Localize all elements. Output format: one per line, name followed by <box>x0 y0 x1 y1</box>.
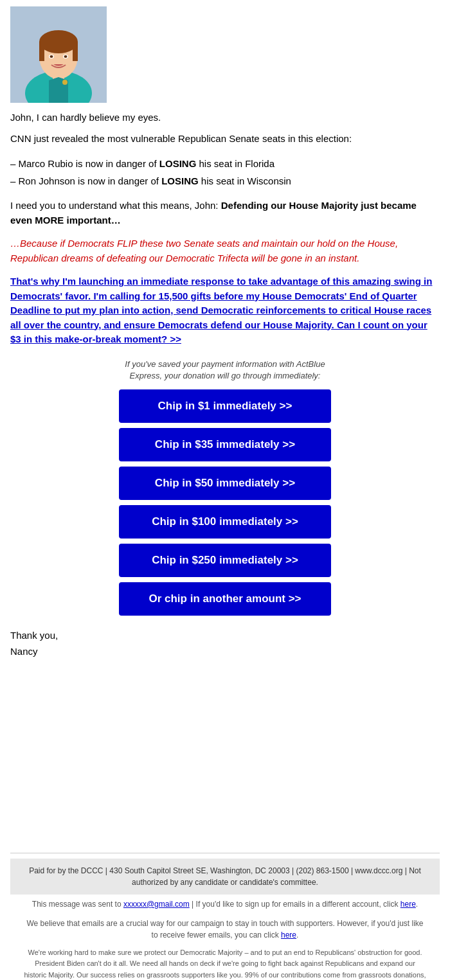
donation-buttons-container: Chip in $1 immediately >> Chip in $35 im… <box>10 389 440 616</box>
bullet-2: – Ron Johnson is now in danger of LOSING… <box>10 172 440 190</box>
footer-sent-to: This message was sent to xxxxxx@gmail.co… <box>10 895 440 914</box>
closing: Thank you, Nancy <box>10 627 440 660</box>
footer-paid-for: Paid for by the DCCC | 430 South Capitol… <box>10 859 440 895</box>
bullet-list: – Marco Rubio is now in danger of LOSING… <box>10 155 440 190</box>
cnn-text: CNN just revealed the most vulnerable Re… <box>10 132 440 147</box>
donate-1-button[interactable]: Chip in $1 immediately >> <box>119 389 331 423</box>
email-container: John, I can hardly believe my eyes. CNN … <box>0 0 450 980</box>
actblue-note: If you've saved your payment information… <box>10 359 440 382</box>
bullet-1: – Marco Rubio is now in danger of LOSING… <box>10 155 440 172</box>
svg-rect-6 <box>73 42 78 61</box>
signature-text: Nancy <box>10 643 440 660</box>
header-photo <box>10 6 107 103</box>
svg-point-10 <box>64 55 68 58</box>
svg-rect-5 <box>39 42 44 61</box>
donate-250-button[interactable]: Chip in $250 immediately >> <box>119 544 331 577</box>
donate-other-button[interactable]: Or chip in another amount >> <box>119 582 331 616</box>
svg-point-4 <box>39 30 78 53</box>
defending-text: I need you to understand what this means… <box>10 199 440 227</box>
blue-link-text[interactable]: That's why I'm launching an immediate re… <box>10 274 440 347</box>
donate-35-button[interactable]: Chip in $35 immediately >> <box>119 428 331 461</box>
red-italic-text: …Because if Democrats FLIP these two Sen… <box>10 236 440 265</box>
footer-fewer-emails: We believe that emails are a crucial way… <box>10 914 440 945</box>
greeting-text: John, I can hardly believe my eyes. <box>10 111 440 125</box>
footer-divider <box>10 853 440 853</box>
donate-50-button[interactable]: Chip in $50 immediately >> <box>119 467 331 500</box>
donate-100-button[interactable]: Chip in $100 immediately >> <box>119 505 331 539</box>
thank-you-text: Thank you, <box>10 627 440 644</box>
svg-point-9 <box>50 55 53 58</box>
svg-point-11 <box>62 80 68 85</box>
footer-legal-text: We're working hard to make sure we prote… <box>10 945 440 980</box>
